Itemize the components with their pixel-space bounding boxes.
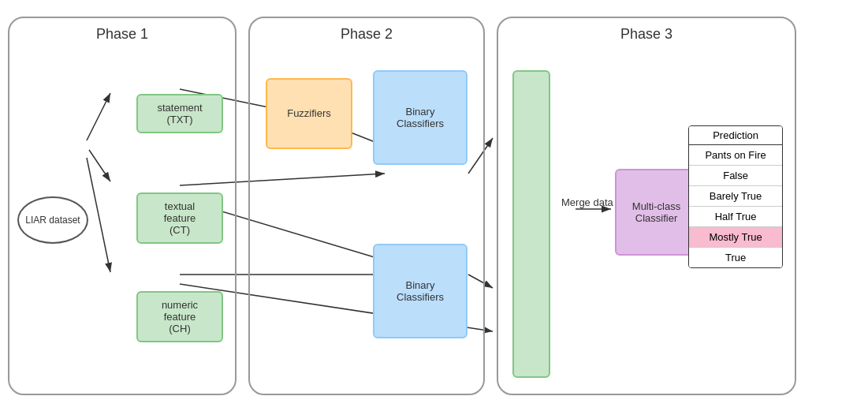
phase2-title: Phase 2 bbox=[341, 18, 393, 47]
prediction-row-false: False bbox=[689, 166, 782, 186]
prediction-header: Prediction bbox=[689, 126, 782, 145]
binary-classifiers-1: BinaryClassifiers bbox=[373, 70, 468, 165]
main-container: Phase 1 LIAR dataset statement(TXT) text… bbox=[0, 0, 868, 411]
merge-data-label: Merge data bbox=[561, 196, 613, 208]
prediction-row-true: True bbox=[689, 248, 782, 267]
phase2-panel: Phase 2 Fuzzifiers BinaryClassifiers Bin… bbox=[248, 17, 485, 395]
prediction-row-mostlytrue: Mostly True bbox=[689, 227, 782, 248]
phase3-title: Phase 3 bbox=[620, 18, 672, 47]
liar-dataset-oval: LIAR dataset bbox=[17, 196, 88, 244]
binary-classifiers-2: BinaryClassifiers bbox=[373, 244, 468, 338]
phase1-content: LIAR dataset statement(TXT) textual feat… bbox=[9, 47, 235, 394]
multiclass-classifier-box: Multi-class Classifier bbox=[615, 169, 698, 256]
phase1-panel: Phase 1 LIAR dataset statement(TXT) text… bbox=[8, 17, 237, 395]
statement-box: statement(TXT) bbox=[136, 94, 223, 133]
phase1-title: Phase 1 bbox=[96, 18, 148, 47]
tall-green-bar bbox=[512, 70, 550, 378]
phase3-panel: Phase 3 Merge data Multi-class Classifie… bbox=[497, 17, 796, 395]
numeric-feature-box: numeric feature(CH) bbox=[136, 291, 223, 342]
prediction-row-halftrue: Half True bbox=[689, 207, 782, 227]
fuzzifiers-box: Fuzzifiers bbox=[266, 78, 352, 149]
textual-feature-box: textual feature(CT) bbox=[136, 192, 223, 244]
prediction-row-barelytrue: Barely True bbox=[689, 186, 782, 207]
prediction-table: Prediction Pants on Fire False Barely Tr… bbox=[688, 125, 783, 268]
prediction-row-pantsfire: Pants on Fire bbox=[689, 145, 782, 166]
